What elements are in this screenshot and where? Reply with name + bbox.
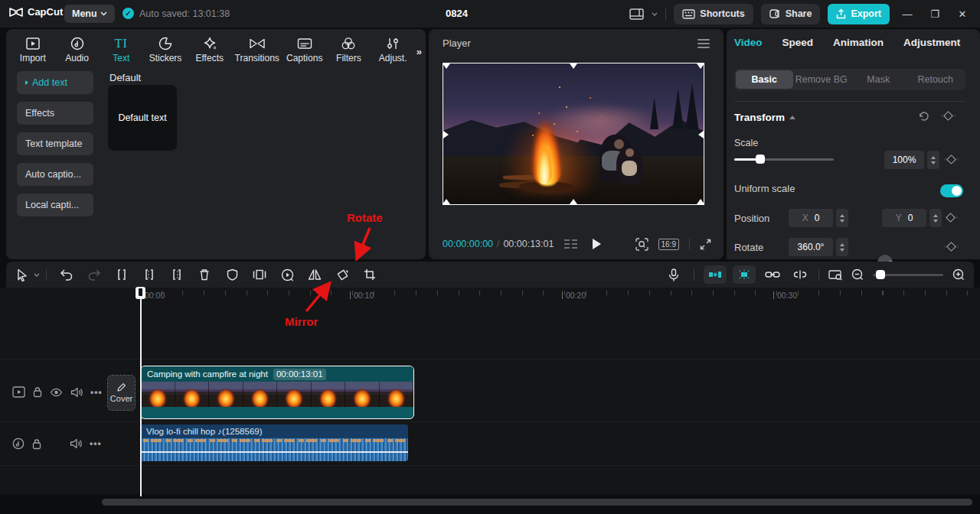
undo-icon[interactable] [53,268,80,281]
resize-handle[interactable] [443,199,450,204]
preview-zoom-icon[interactable] [635,238,648,251]
position-y-stepper[interactable] [929,209,942,227]
resize-handle[interactable] [570,63,577,69]
scale-value-input[interactable]: 100% [884,151,924,169]
mirror-icon[interactable] [301,268,328,281]
tab-transitions[interactable]: Transitions [235,34,279,63]
zoom-out-icon[interactable] [847,268,868,281]
sidebar-item-auto-captions[interactable]: Auto captio... [17,163,93,186]
speed-icon[interactable] [273,268,301,281]
scale-stepper[interactable] [927,151,939,169]
reset-transform-icon[interactable] [918,110,930,125]
edit-cover-button[interactable]: Cover [107,375,136,411]
auto-snap-button[interactable] [704,265,727,284]
crop-icon[interactable] [356,268,384,281]
subtab-remove-bg[interactable]: Remove BG [793,70,851,89]
mask-icon[interactable] [218,268,246,281]
play-button[interactable] [593,239,601,249]
tab-filters[interactable]: Filters [330,34,368,63]
lock-track-icon[interactable] [32,438,41,450]
rotate-value-input[interactable]: 360.0° [789,238,833,256]
rotate-keyframe-icon[interactable]: ‹› [944,242,959,250]
resize-handle[interactable] [570,199,577,204]
resize-handle[interactable] [443,131,449,138]
audio-clip[interactable]: Vlog lo-fi chill hop ♪(1258569) [140,425,408,461]
tab-adjustment[interactable]: Adjustment [903,37,960,48]
tab-effects[interactable]: Effects [191,34,229,63]
shortcuts-button[interactable]: Shortcuts [674,4,753,24]
tab-audio[interactable]: Audio [58,34,96,63]
freeze-frame-icon[interactable] [246,268,273,281]
mute-track-icon[interactable] [70,387,83,398]
tab-captions[interactable]: Captions [286,34,324,63]
expand-tools-icon[interactable]: » [416,46,420,57]
playhead-line[interactable] [140,288,142,496]
tab-animation[interactable]: Animation [833,37,884,48]
track-more-icon[interactable]: ••• [90,438,102,449]
subtab-basic[interactable]: Basic [736,70,793,89]
rotate-stepper[interactable] [836,238,848,256]
subtab-retouch[interactable]: Retouch [907,70,965,89]
tab-import[interactable]: Import [14,34,52,63]
resize-handle[interactable] [697,199,704,204]
lock-track-icon[interactable] [33,386,42,398]
position-y-input[interactable]: Y0 [882,209,926,227]
split-icon[interactable] [108,268,136,281]
tab-stickers[interactable]: Stickers [146,34,185,63]
redo-icon[interactable] [80,268,108,281]
mute-track-icon[interactable] [70,438,82,449]
resize-handle[interactable] [698,131,704,138]
scale-slider-thumb[interactable] [756,155,765,164]
delete-right-icon[interactable] [163,268,191,281]
layout-icon[interactable] [629,8,644,20]
uniform-scale-toggle[interactable] [940,184,963,197]
minimize-button[interactable]: — [897,8,917,20]
frame-preview-icon[interactable] [564,239,577,249]
resize-handle[interactable] [697,63,704,69]
zoom-in-icon[interactable] [948,268,969,281]
select-tool-chevron-icon[interactable] [34,273,40,277]
sidebar-item-add-text[interactable]: Add text [17,71,93,94]
timeline-zoom-slider[interactable] [873,274,943,276]
unlink-icon[interactable] [786,269,814,280]
hide-track-icon[interactable] [50,388,63,397]
timeline-horizontal-scrollbar[interactable] [102,499,972,506]
export-button[interactable]: Export [828,4,890,24]
resize-handle[interactable] [443,63,450,69]
select-tool-icon[interactable] [11,268,34,281]
record-voiceover-icon[interactable] [660,268,688,281]
video-preview[interactable] [443,63,704,205]
restore-button[interactable]: ❐ [925,8,945,20]
menu-button[interactable]: Menu [64,5,115,23]
tab-video[interactable]: Video [734,37,763,48]
delete-left-icon[interactable] [136,268,163,281]
video-clip[interactable]: Camping with campfire at night 00:00:13:… [140,366,414,419]
sidebar-item-local-captions[interactable]: Local capti... [17,194,93,216]
subtab-mask[interactable]: Mask [850,70,907,89]
delete-icon[interactable] [191,268,218,281]
tab-text[interactable]: TI Text [102,34,140,63]
scale-slider[interactable] [734,158,834,161]
rotate-icon[interactable] [328,268,356,281]
fullscreen-icon[interactable] [700,239,711,250]
sidebar-item-text-template[interactable]: Text template [17,132,93,155]
transform-section-header[interactable]: Transform [734,112,795,123]
link-icon[interactable] [759,270,786,279]
tab-speed[interactable]: Speed [782,37,814,48]
timeline-zoom-thumb[interactable] [876,270,885,279]
close-button[interactable]: ✕ [952,8,972,20]
player-menu-icon[interactable] [697,39,710,48]
scale-keyframe-icon[interactable]: ‹› [944,155,959,163]
share-button[interactable]: Share [761,4,821,24]
position-x-stepper[interactable] [836,209,848,227]
position-x-input[interactable]: X0 [789,209,833,227]
sidebar-item-effects[interactable]: Effects [17,102,93,125]
magnetic-timeline-button[interactable] [733,265,756,284]
preview-frame-icon[interactable] [824,269,847,281]
transform-keyframe-icon[interactable]: ‹› [941,112,956,119]
volume-line[interactable] [140,451,408,453]
position-keyframe-icon[interactable]: › [947,213,958,221]
default-text-card[interactable]: Default text [108,85,177,151]
tab-adjust[interactable]: Adjust. [374,34,412,63]
aspect-ratio-button[interactable]: 16:9 [658,239,679,250]
